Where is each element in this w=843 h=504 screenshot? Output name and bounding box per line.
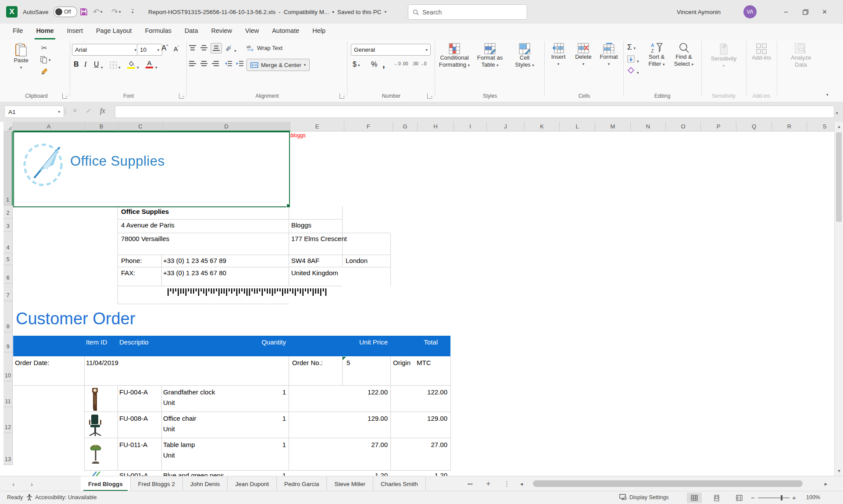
item-name[interactable]: Blue and green pens [163, 472, 224, 476]
item-price[interactable]: 27.00 [333, 441, 388, 448]
zoom-level[interactable]: 100% [806, 494, 820, 500]
cell-phone-label[interactable]: Phone: [121, 257, 142, 264]
orientation-button[interactable]: ab [225, 44, 232, 52]
insert-function-button[interactable]: fx [100, 107, 105, 115]
item-qty[interactable]: 1 [246, 415, 286, 422]
wrap-text-button[interactable]: ab Wrap Text [246, 45, 282, 51]
clipboard-dialog-launcher[interactable]: ⌟ [62, 93, 68, 99]
formula-input[interactable] [115, 106, 834, 118]
conditional-formatting-button[interactable]: Conditional Formatting ▾ [437, 43, 472, 69]
customize-qat-button[interactable]: ▾ [132, 0, 134, 24]
th-total[interactable]: Total [377, 338, 438, 346]
format-as-table-button[interactable]: Format as Table ▾ [473, 43, 507, 69]
cell-order-no[interactable]: 5 [346, 359, 350, 366]
horizontal-scrollbar[interactable] [529, 479, 814, 488]
font-dialog-launcher[interactable]: ⌟ [179, 93, 184, 99]
underline-button[interactable]: U [94, 60, 99, 68]
cell-order-no-label[interactable]: Order No.: [292, 359, 323, 366]
analyze-data-button[interactable]: Analyze Data [784, 43, 818, 68]
hscroll-left-arrow[interactable]: ◂ [520, 476, 523, 491]
align-middle-button[interactable] [200, 45, 208, 51]
bold-button[interactable]: B [74, 60, 79, 68]
cut-button[interactable]: ✂ [41, 44, 47, 52]
item-id[interactable]: FU-004-A [119, 388, 148, 396]
item-total[interactable]: 1.20 [393, 472, 447, 476]
enter-button[interactable]: ✓ [86, 107, 92, 115]
item-unit[interactable]: Unit [163, 399, 175, 406]
autosum-button[interactable]: Σ▾ [627, 43, 636, 52]
item-name[interactable]: Grandfather clock [163, 388, 215, 396]
tab-data[interactable]: Data [178, 24, 205, 39]
sheet-nav-prev[interactable]: ‹ [12, 476, 14, 491]
increase-indent-button[interactable] [236, 60, 244, 67]
tab-insert[interactable]: Insert [61, 24, 89, 39]
tab-automate[interactable]: Automate [265, 24, 306, 39]
view-normal-button[interactable] [687, 493, 702, 503]
format-painter-button[interactable] [41, 67, 48, 75]
number-dialog-launcher[interactable]: ⌟ [427, 93, 432, 99]
horizontal-scroll-thumb[interactable] [533, 480, 803, 487]
zoom-out-button[interactable]: − [751, 494, 755, 501]
cell-postcode[interactable]: SW4 8AF [291, 257, 319, 264]
item-id[interactable]: FU-008-A [119, 415, 148, 422]
cell-fax[interactable]: +33 (0) 1 23 45 67 80 [163, 269, 226, 277]
item-qty[interactable]: 1 [246, 388, 286, 396]
sheet-tab-steve-miller[interactable]: Steve Miller [327, 476, 373, 491]
accessibility-status[interactable]: Accessibility: Unavailable [26, 494, 96, 500]
item-qty[interactable]: 1 [246, 441, 286, 448]
number-format-select[interactable]: General▾ [351, 44, 431, 56]
more-sheets-button[interactable]: ••• [468, 476, 473, 491]
tab-home[interactable]: Home [29, 24, 60, 39]
merge-center-button[interactable]: Merge & Center ▾ [246, 59, 310, 71]
restore-button[interactable] [796, 0, 815, 24]
item-total[interactable]: 122.00 [393, 388, 447, 396]
increase-font-button[interactable]: A^ [161, 44, 168, 53]
tab-help[interactable]: Help [306, 24, 332, 39]
item-id[interactable]: FU-011-A [119, 441, 147, 448]
sheet-tab-pedro-garcia[interactable]: Pedro Garcia [277, 476, 327, 491]
cell-order-date[interactable]: 11/04/2019 [86, 359, 118, 366]
cell-addr-city[interactable]: 78000 Versailles [121, 235, 169, 242]
item-name[interactable]: Office chair [163, 415, 196, 422]
item-price[interactable]: 129.00 [333, 415, 388, 422]
cell-addr-street[interactable]: 4 Avenue de Paris [121, 221, 174, 229]
sheet-options-kebab[interactable]: ⋮ [504, 476, 510, 491]
align-center-button[interactable] [200, 60, 208, 67]
new-sheet-button[interactable]: + [486, 476, 491, 491]
addins-button[interactable]: Add-ins [746, 43, 777, 61]
clear-chevron[interactable]: ▾ [637, 68, 639, 75]
align-left-button[interactable] [189, 60, 196, 67]
decrease-font-button[interactable]: Aˇ [174, 45, 179, 53]
zoom-slider-thumb[interactable] [781, 495, 782, 500]
currency-button[interactable]: $▾ [353, 60, 360, 68]
sheet-tab-fred-bloggs-2[interactable]: Fred Bloggs 2 [131, 476, 183, 491]
borders-button[interactable] [110, 61, 117, 69]
saved-status[interactable]: Saved to this PC [337, 9, 382, 15]
alignment-dialog-launcher[interactable]: ⌟ [339, 93, 345, 99]
item-id[interactable]: SU-001-A [119, 472, 148, 476]
font-color-chevron[interactable]: ▾ [155, 63, 157, 70]
item-total[interactable]: 129.00 [393, 415, 447, 422]
minimize-button[interactable]: – [776, 0, 796, 24]
decrease-indent-button[interactable] [225, 60, 232, 67]
redo-button[interactable]: ↷▾ [111, 0, 121, 24]
th-item-id[interactable]: Item ID [86, 338, 107, 346]
section-title[interactable]: Customer Order [16, 309, 135, 328]
close-button[interactable]: × [815, 0, 834, 24]
cell-note-bloggs[interactable]: bloggs [290, 132, 306, 138]
fill-color-button[interactable] [127, 60, 135, 69]
sheet-tab-fred-bloggs[interactable]: Fred Bloggs [81, 476, 131, 491]
view-page-layout-button[interactable] [709, 493, 724, 503]
increase-decimal-button[interactable]: ←0 .00 [394, 61, 408, 66]
cell-styles-button[interactable]: Cell Styles ▾ [509, 43, 540, 69]
format-cells-button[interactable]: Format ▾ [597, 43, 621, 67]
scroll-down-arrow[interactable]: ▾ [835, 468, 843, 474]
view-page-break-button[interactable] [732, 493, 747, 503]
item-qty[interactable]: 1 [246, 472, 286, 476]
tab-page-layout[interactable]: Page Layout [89, 24, 138, 39]
sensitivity-button[interactable]: Sensitivity ▾ [707, 43, 740, 69]
percent-button[interactable]: % [371, 60, 377, 68]
expand-formula-bar-button[interactable]: ▾ [836, 109, 838, 116]
sheet-nav-next[interactable]: › [31, 476, 33, 491]
name-box[interactable]: A1▾ [4, 106, 64, 118]
